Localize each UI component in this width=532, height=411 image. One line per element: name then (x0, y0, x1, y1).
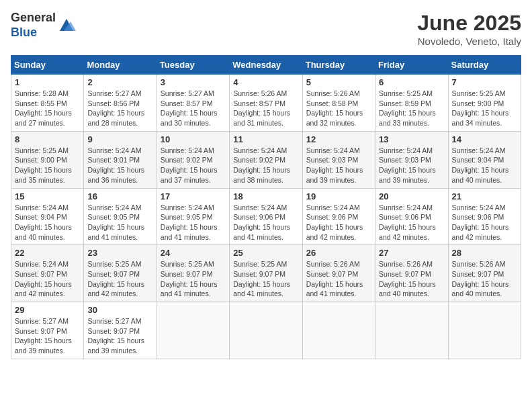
day-detail: Sunrise: 5:26 AM Sunset: 9:07 PM Dayligh… (306, 259, 371, 299)
day-number: 12 (306, 134, 371, 144)
day-detail: Sunrise: 5:24 AM Sunset: 9:02 PM Dayligh… (161, 146, 226, 185)
calendar-week-5: 29Sunrise: 5:27 AM Sunset: 9:07 PM Dayli… (11, 302, 521, 359)
day-number: 9 (87, 134, 152, 144)
calendar-cell: 20Sunrise: 5:24 AM Sunset: 9:06 PM Dayli… (375, 188, 448, 245)
day-detail: Sunrise: 5:28 AM Sunset: 8:55 PM Dayligh… (15, 89, 80, 128)
calendar-cell: 27Sunrise: 5:26 AM Sunset: 9:07 PM Dayli… (375, 245, 448, 302)
day-number: 27 (379, 248, 444, 258)
calendar-cell (448, 302, 521, 359)
day-detail: Sunrise: 5:26 AM Sunset: 9:07 PM Dayligh… (452, 259, 517, 299)
calendar-cell: 7Sunrise: 5:25 AM Sunset: 9:00 PM Daylig… (448, 75, 521, 132)
day-detail: Sunrise: 5:24 AM Sunset: 9:06 PM Dayligh… (233, 203, 298, 242)
calendar-cell: 6Sunrise: 5:25 AM Sunset: 8:59 PM Daylig… (375, 75, 448, 132)
day-number: 2 (87, 77, 152, 87)
calendar-cell: 10Sunrise: 5:24 AM Sunset: 9:02 PM Dayli… (157, 131, 229, 188)
calendar-cell (375, 302, 448, 359)
day-number: 14 (452, 134, 517, 144)
weekday-header-wednesday: Wednesday (230, 56, 302, 75)
calendar-cell: 8Sunrise: 5:25 AM Sunset: 9:00 PM Daylig… (11, 131, 84, 188)
day-detail: Sunrise: 5:24 AM Sunset: 9:03 PM Dayligh… (306, 146, 371, 185)
logo-blue-text: Blue (11, 26, 37, 39)
day-number: 11 (233, 134, 298, 144)
calendar-cell: 3Sunrise: 5:27 AM Sunset: 8:57 PM Daylig… (157, 75, 229, 132)
day-number: 28 (452, 248, 517, 258)
weekday-header-saturday: Saturday (448, 56, 521, 75)
day-detail: Sunrise: 5:27 AM Sunset: 9:07 PM Dayligh… (15, 316, 80, 356)
day-detail: Sunrise: 5:24 AM Sunset: 9:04 PM Dayligh… (452, 146, 517, 185)
weekday-header-thursday: Thursday (302, 56, 375, 75)
day-number: 8 (15, 134, 80, 144)
day-number: 6 (379, 77, 444, 87)
day-detail: Sunrise: 5:25 AM Sunset: 9:07 PM Dayligh… (233, 259, 298, 299)
logo-icon (57, 16, 76, 35)
calendar-header-row: SundayMondayTuesdayWednesdayThursdayFrid… (11, 56, 521, 75)
day-number: 30 (87, 305, 152, 315)
calendar-cell (230, 302, 302, 359)
calendar-cell: 29Sunrise: 5:27 AM Sunset: 9:07 PM Dayli… (11, 302, 84, 359)
day-detail: Sunrise: 5:24 AM Sunset: 9:05 PM Dayligh… (161, 203, 226, 242)
logo-general-text: General (11, 11, 56, 24)
day-detail: Sunrise: 5:27 AM Sunset: 9:07 PM Dayligh… (87, 316, 152, 356)
day-number: 25 (233, 248, 298, 258)
calendar-cell: 28Sunrise: 5:26 AM Sunset: 9:07 PM Dayli… (448, 245, 521, 302)
calendar-week-2: 8Sunrise: 5:25 AM Sunset: 9:00 PM Daylig… (11, 131, 521, 188)
calendar-cell: 17Sunrise: 5:24 AM Sunset: 9:05 PM Dayli… (157, 188, 229, 245)
day-detail: Sunrise: 5:24 AM Sunset: 9:05 PM Dayligh… (87, 203, 152, 242)
logo: General Blue (11, 11, 76, 40)
calendar-table: SundayMondayTuesdayWednesdayThursdayFrid… (11, 55, 521, 359)
day-number: 26 (306, 248, 371, 258)
day-number: 21 (452, 191, 517, 201)
calendar-cell: 1Sunrise: 5:28 AM Sunset: 8:55 PM Daylig… (11, 75, 84, 132)
day-number: 15 (15, 191, 80, 201)
day-detail: Sunrise: 5:26 AM Sunset: 8:57 PM Dayligh… (233, 89, 298, 128)
calendar-week-3: 15Sunrise: 5:24 AM Sunset: 9:04 PM Dayli… (11, 188, 521, 245)
calendar-cell: 21Sunrise: 5:24 AM Sunset: 9:06 PM Dayli… (448, 188, 521, 245)
day-detail: Sunrise: 5:25 AM Sunset: 9:00 PM Dayligh… (452, 89, 517, 128)
day-detail: Sunrise: 5:24 AM Sunset: 9:06 PM Dayligh… (452, 203, 517, 242)
day-detail: Sunrise: 5:26 AM Sunset: 9:07 PM Dayligh… (379, 259, 444, 299)
day-number: 29 (15, 305, 80, 315)
calendar-cell: 18Sunrise: 5:24 AM Sunset: 9:06 PM Dayli… (230, 188, 302, 245)
calendar-cell: 26Sunrise: 5:26 AM Sunset: 9:07 PM Dayli… (302, 245, 375, 302)
weekday-header-monday: Monday (84, 56, 157, 75)
title-block: June 2025 Novoledo, Veneto, Italy (417, 11, 521, 47)
day-number: 18 (233, 191, 298, 201)
day-number: 23 (87, 248, 152, 258)
calendar-cell: 19Sunrise: 5:24 AM Sunset: 9:06 PM Dayli… (302, 188, 375, 245)
calendar-cell: 13Sunrise: 5:24 AM Sunset: 9:03 PM Dayli… (375, 131, 448, 188)
day-number: 19 (306, 191, 371, 201)
day-number: 7 (452, 77, 517, 87)
calendar-week-1: 1Sunrise: 5:28 AM Sunset: 8:55 PM Daylig… (11, 75, 521, 132)
calendar-cell: 25Sunrise: 5:25 AM Sunset: 9:07 PM Dayli… (230, 245, 302, 302)
calendar-cell: 14Sunrise: 5:24 AM Sunset: 9:04 PM Dayli… (448, 131, 521, 188)
calendar-cell: 5Sunrise: 5:26 AM Sunset: 8:58 PM Daylig… (302, 75, 375, 132)
day-detail: Sunrise: 5:27 AM Sunset: 8:57 PM Dayligh… (161, 89, 226, 128)
location-text: Novoledo, Veneto, Italy (417, 36, 521, 47)
day-detail: Sunrise: 5:27 AM Sunset: 8:56 PM Dayligh… (87, 89, 152, 128)
weekday-header-sunday: Sunday (11, 56, 84, 75)
day-detail: Sunrise: 5:24 AM Sunset: 9:04 PM Dayligh… (15, 203, 80, 242)
day-detail: Sunrise: 5:24 AM Sunset: 9:06 PM Dayligh… (379, 203, 444, 242)
calendar-cell: 2Sunrise: 5:27 AM Sunset: 8:56 PM Daylig… (84, 75, 157, 132)
calendar-cell: 30Sunrise: 5:27 AM Sunset: 9:07 PM Dayli… (84, 302, 157, 359)
day-detail: Sunrise: 5:24 AM Sunset: 9:06 PM Dayligh… (306, 203, 371, 242)
calendar-cell: 11Sunrise: 5:24 AM Sunset: 9:02 PM Dayli… (230, 131, 302, 188)
calendar-cell: 22Sunrise: 5:24 AM Sunset: 9:07 PM Dayli… (11, 245, 84, 302)
day-detail: Sunrise: 5:24 AM Sunset: 9:03 PM Dayligh… (379, 146, 444, 185)
day-detail: Sunrise: 5:25 AM Sunset: 8:59 PM Dayligh… (379, 89, 444, 128)
page-header: General Blue June 2025 Novoledo, Veneto,… (11, 11, 521, 47)
day-number: 24 (161, 248, 226, 258)
day-detail: Sunrise: 5:24 AM Sunset: 9:02 PM Dayligh… (233, 146, 298, 185)
calendar-cell: 24Sunrise: 5:25 AM Sunset: 9:07 PM Dayli… (157, 245, 229, 302)
day-number: 3 (161, 77, 226, 87)
calendar-cell (157, 302, 229, 359)
day-number: 5 (306, 77, 371, 87)
day-detail: Sunrise: 5:26 AM Sunset: 8:58 PM Dayligh… (306, 89, 371, 128)
day-number: 1 (15, 77, 80, 87)
calendar-cell (302, 302, 375, 359)
calendar-cell: 9Sunrise: 5:24 AM Sunset: 9:01 PM Daylig… (84, 131, 157, 188)
day-number: 20 (379, 191, 444, 201)
calendar-week-4: 22Sunrise: 5:24 AM Sunset: 9:07 PM Dayli… (11, 245, 521, 302)
day-number: 22 (15, 248, 80, 258)
calendar-cell: 16Sunrise: 5:24 AM Sunset: 9:05 PM Dayli… (84, 188, 157, 245)
